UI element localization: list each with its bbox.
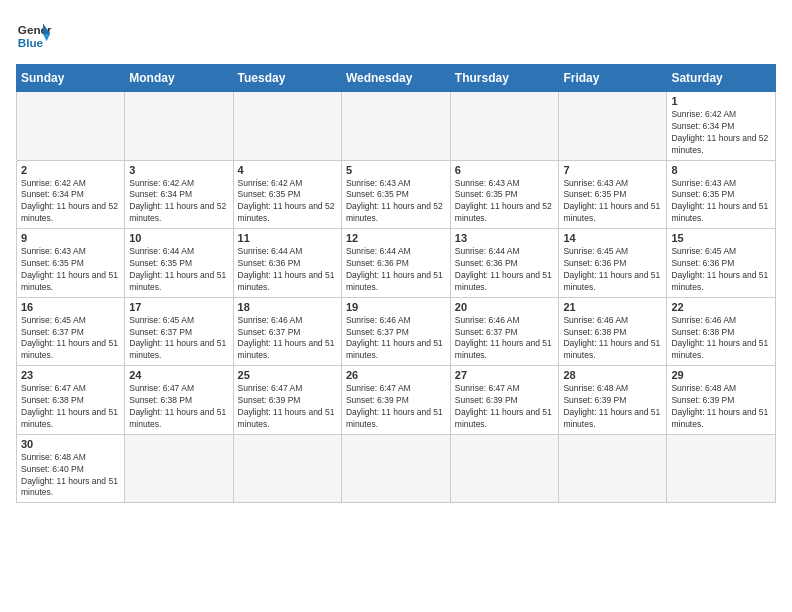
day-number: 9 (21, 232, 120, 244)
day-number: 14 (563, 232, 662, 244)
day-number: 24 (129, 369, 228, 381)
calendar-day-cell (233, 434, 341, 503)
calendar-week-row: 30Sunrise: 6:48 AM Sunset: 6:40 PM Dayli… (17, 434, 776, 503)
day-number: 22 (671, 301, 771, 313)
calendar-day-cell: 16Sunrise: 6:45 AM Sunset: 6:37 PM Dayli… (17, 297, 125, 366)
day-header-saturday: Saturday (667, 65, 776, 92)
day-info: Sunrise: 6:48 AM Sunset: 6:39 PM Dayligh… (563, 383, 662, 431)
day-info: Sunrise: 6:44 AM Sunset: 6:36 PM Dayligh… (346, 246, 446, 294)
day-header-monday: Monday (125, 65, 233, 92)
day-info: Sunrise: 6:43 AM Sunset: 6:35 PM Dayligh… (671, 178, 771, 226)
day-info: Sunrise: 6:46 AM Sunset: 6:37 PM Dayligh… (238, 315, 337, 363)
day-number: 27 (455, 369, 555, 381)
day-number: 5 (346, 164, 446, 176)
day-info: Sunrise: 6:47 AM Sunset: 6:38 PM Dayligh… (129, 383, 228, 431)
day-info: Sunrise: 6:46 AM Sunset: 6:37 PM Dayligh… (346, 315, 446, 363)
calendar-day-cell: 9Sunrise: 6:43 AM Sunset: 6:35 PM Daylig… (17, 229, 125, 298)
calendar-day-cell (17, 92, 125, 161)
logo: General Blue (16, 16, 52, 52)
day-header-sunday: Sunday (17, 65, 125, 92)
day-info: Sunrise: 6:43 AM Sunset: 6:35 PM Dayligh… (21, 246, 120, 294)
day-info: Sunrise: 6:46 AM Sunset: 6:38 PM Dayligh… (563, 315, 662, 363)
day-number: 16 (21, 301, 120, 313)
day-info: Sunrise: 6:46 AM Sunset: 6:38 PM Dayligh… (671, 315, 771, 363)
calendar-day-cell: 2Sunrise: 6:42 AM Sunset: 6:34 PM Daylig… (17, 160, 125, 229)
calendar-day-cell: 29Sunrise: 6:48 AM Sunset: 6:39 PM Dayli… (667, 366, 776, 435)
calendar-day-cell: 19Sunrise: 6:46 AM Sunset: 6:37 PM Dayli… (341, 297, 450, 366)
day-header-thursday: Thursday (450, 65, 559, 92)
day-info: Sunrise: 6:44 AM Sunset: 6:35 PM Dayligh… (129, 246, 228, 294)
day-info: Sunrise: 6:44 AM Sunset: 6:36 PM Dayligh… (455, 246, 555, 294)
day-number: 15 (671, 232, 771, 244)
day-info: Sunrise: 6:48 AM Sunset: 6:39 PM Dayligh… (671, 383, 771, 431)
day-number: 25 (238, 369, 337, 381)
day-info: Sunrise: 6:43 AM Sunset: 6:35 PM Dayligh… (563, 178, 662, 226)
day-info: Sunrise: 6:48 AM Sunset: 6:40 PM Dayligh… (21, 452, 120, 500)
day-info: Sunrise: 6:42 AM Sunset: 6:34 PM Dayligh… (21, 178, 120, 226)
calendar-day-cell (450, 92, 559, 161)
calendar-day-cell (125, 92, 233, 161)
calendar-day-cell: 15Sunrise: 6:45 AM Sunset: 6:36 PM Dayli… (667, 229, 776, 298)
calendar-week-row: 9Sunrise: 6:43 AM Sunset: 6:35 PM Daylig… (17, 229, 776, 298)
day-number: 28 (563, 369, 662, 381)
calendar-day-cell (450, 434, 559, 503)
calendar-day-cell (341, 92, 450, 161)
day-info: Sunrise: 6:44 AM Sunset: 6:36 PM Dayligh… (238, 246, 337, 294)
day-number: 29 (671, 369, 771, 381)
day-number: 13 (455, 232, 555, 244)
day-number: 18 (238, 301, 337, 313)
day-number: 3 (129, 164, 228, 176)
day-info: Sunrise: 6:43 AM Sunset: 6:35 PM Dayligh… (455, 178, 555, 226)
calendar-day-cell: 27Sunrise: 6:47 AM Sunset: 6:39 PM Dayli… (450, 366, 559, 435)
calendar-day-cell (667, 434, 776, 503)
calendar-day-cell: 11Sunrise: 6:44 AM Sunset: 6:36 PM Dayli… (233, 229, 341, 298)
calendar-day-cell: 5Sunrise: 6:43 AM Sunset: 6:35 PM Daylig… (341, 160, 450, 229)
day-info: Sunrise: 6:42 AM Sunset: 6:35 PM Dayligh… (238, 178, 337, 226)
calendar-day-cell: 8Sunrise: 6:43 AM Sunset: 6:35 PM Daylig… (667, 160, 776, 229)
calendar-day-cell: 12Sunrise: 6:44 AM Sunset: 6:36 PM Dayli… (341, 229, 450, 298)
calendar-day-cell (233, 92, 341, 161)
day-number: 21 (563, 301, 662, 313)
calendar-day-cell: 6Sunrise: 6:43 AM Sunset: 6:35 PM Daylig… (450, 160, 559, 229)
calendar-day-cell (341, 434, 450, 503)
day-number: 20 (455, 301, 555, 313)
day-number: 19 (346, 301, 446, 313)
calendar-day-cell: 7Sunrise: 6:43 AM Sunset: 6:35 PM Daylig… (559, 160, 667, 229)
day-number: 11 (238, 232, 337, 244)
day-info: Sunrise: 6:45 AM Sunset: 6:37 PM Dayligh… (21, 315, 120, 363)
day-header-friday: Friday (559, 65, 667, 92)
svg-marker-3 (43, 34, 50, 41)
calendar-day-cell: 23Sunrise: 6:47 AM Sunset: 6:38 PM Dayli… (17, 366, 125, 435)
calendar-day-cell: 13Sunrise: 6:44 AM Sunset: 6:36 PM Dayli… (450, 229, 559, 298)
day-info: Sunrise: 6:47 AM Sunset: 6:39 PM Dayligh… (346, 383, 446, 431)
day-number: 12 (346, 232, 446, 244)
day-number: 4 (238, 164, 337, 176)
calendar-week-row: 1Sunrise: 6:42 AM Sunset: 6:34 PM Daylig… (17, 92, 776, 161)
day-info: Sunrise: 6:47 AM Sunset: 6:39 PM Dayligh… (455, 383, 555, 431)
calendar-day-cell: 17Sunrise: 6:45 AM Sunset: 6:37 PM Dayli… (125, 297, 233, 366)
day-header-tuesday: Tuesday (233, 65, 341, 92)
day-number: 1 (671, 95, 771, 107)
calendar-day-cell: 4Sunrise: 6:42 AM Sunset: 6:35 PM Daylig… (233, 160, 341, 229)
calendar-day-cell: 18Sunrise: 6:46 AM Sunset: 6:37 PM Dayli… (233, 297, 341, 366)
svg-text:Blue: Blue (18, 36, 44, 49)
calendar-day-cell (559, 92, 667, 161)
calendar-week-row: 23Sunrise: 6:47 AM Sunset: 6:38 PM Dayli… (17, 366, 776, 435)
day-header-wednesday: Wednesday (341, 65, 450, 92)
calendar-day-cell: 20Sunrise: 6:46 AM Sunset: 6:37 PM Dayli… (450, 297, 559, 366)
day-info: Sunrise: 6:45 AM Sunset: 6:36 PM Dayligh… (671, 246, 771, 294)
calendar-week-row: 2Sunrise: 6:42 AM Sunset: 6:34 PM Daylig… (17, 160, 776, 229)
day-info: Sunrise: 6:43 AM Sunset: 6:35 PM Dayligh… (346, 178, 446, 226)
calendar-day-cell: 3Sunrise: 6:42 AM Sunset: 6:34 PM Daylig… (125, 160, 233, 229)
calendar-week-row: 16Sunrise: 6:45 AM Sunset: 6:37 PM Dayli… (17, 297, 776, 366)
day-info: Sunrise: 6:45 AM Sunset: 6:37 PM Dayligh… (129, 315, 228, 363)
day-number: 26 (346, 369, 446, 381)
calendar-table: SundayMondayTuesdayWednesdayThursdayFrid… (16, 64, 776, 503)
day-info: Sunrise: 6:45 AM Sunset: 6:36 PM Dayligh… (563, 246, 662, 294)
calendar-day-cell (559, 434, 667, 503)
calendar-day-cell: 14Sunrise: 6:45 AM Sunset: 6:36 PM Dayli… (559, 229, 667, 298)
day-number: 2 (21, 164, 120, 176)
day-number: 6 (455, 164, 555, 176)
calendar-header-row: SundayMondayTuesdayWednesdayThursdayFrid… (17, 65, 776, 92)
day-number: 17 (129, 301, 228, 313)
